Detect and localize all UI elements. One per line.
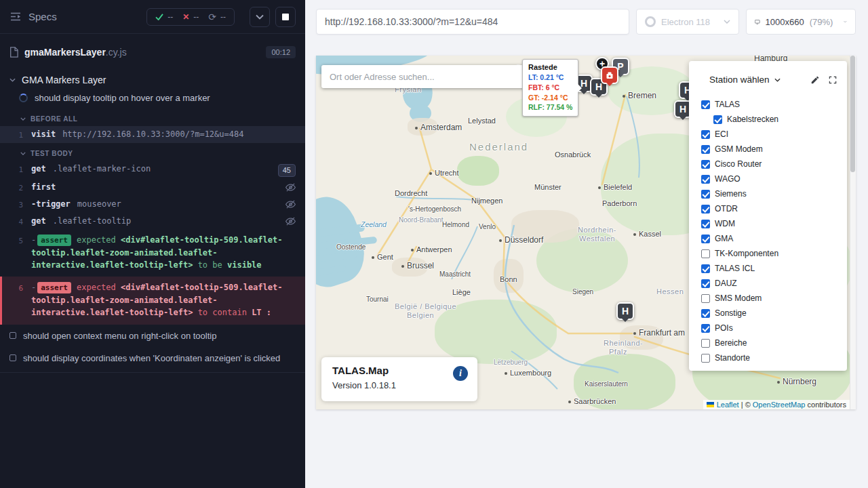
command-args: http://192.168.10.33:3000/?m=12&u=484 <box>62 129 243 139</box>
command-number: 1 <box>0 128 23 141</box>
checkbox-dauz[interactable] <box>701 279 710 288</box>
stat-failed: ✕ -- <box>182 12 199 22</box>
stat-failed-value: -- <box>193 12 199 22</box>
layer-label: TK-Komponenten <box>715 249 778 258</box>
layer-item-sms-modem[interactable]: SMS Modem <box>701 291 842 306</box>
checkbox-pois[interactable] <box>701 324 710 333</box>
assert-text: visible <box>227 260 262 270</box>
map-marker-red[interactable] <box>601 66 618 84</box>
edit-pencil-icon[interactable] <box>810 75 820 85</box>
map-search-input[interactable] <box>321 65 525 88</box>
collapse-all-button[interactable] <box>250 7 270 27</box>
station-select-label[interactable]: Station wählen <box>709 75 770 85</box>
pending-test-row[interactable]: should display coordinates when 'Koordin… <box>0 347 305 369</box>
command-row[interactable]: 3-triggermouseover <box>0 196 305 213</box>
checkbox-wdm[interactable] <box>701 220 710 228</box>
app-version: Version 1.0.18.1 <box>332 380 467 390</box>
map-viewport[interactable]: HamburgBremenNiedersachsenGroningenFrysl… <box>316 56 856 409</box>
map-label-lelystad: Lelystad <box>468 117 496 125</box>
checkbox-bereiche[interactable] <box>701 339 710 348</box>
command-method: -trigger <box>31 199 71 209</box>
city-dot <box>401 265 404 268</box>
layer-item-cisco-router[interactable]: Cisco Router <box>701 157 842 171</box>
layer-item-gma[interactable]: GMA <box>701 231 842 246</box>
viewport-selector[interactable]: 1000x660 (79%) <box>746 9 856 35</box>
checkbox-tk-komponenten[interactable] <box>701 249 710 258</box>
layer-item-sonstige[interactable]: Sonstige <box>701 306 842 321</box>
layer-item-otdr[interactable]: OTDR <box>701 201 842 216</box>
browser-selector[interactable]: Electron 118 <box>636 9 739 35</box>
checkbox-otdr[interactable] <box>701 205 710 214</box>
layer-item-talas[interactable]: TALAS <box>701 97 842 112</box>
leaflet-link[interactable]: Leaflet <box>717 401 739 409</box>
suite-row[interactable]: GMA Markers Layer <box>0 65 305 89</box>
active-test-row[interactable]: should display tooltip on hover over a m… <box>0 89 305 108</box>
command-message: get.leaflet-tooltip <box>31 215 280 228</box>
layer-item-standorte[interactable]: Standorte <box>701 350 842 365</box>
layer-item-dauz[interactable]: DAUZ <box>701 276 842 291</box>
map-label-brussel: Brussel <box>401 261 434 270</box>
section-header-test-body[interactable]: TEST BODY <box>0 143 305 161</box>
checkbox-sms-modem[interactable] <box>701 294 710 303</box>
map-label-tournai: Tournai <box>366 296 389 303</box>
layer-item-siemens[interactable]: Siemens <box>701 186 842 201</box>
layer-item-pois[interactable]: POIs <box>701 321 842 336</box>
layer-item-bereiche[interactable]: Bereiche <box>701 336 842 350</box>
checkbox-wago[interactable] <box>701 175 710 184</box>
layer-item-kabelstrecken[interactable]: Kabelstrecken <box>713 112 842 127</box>
checkbox-cisco-router[interactable] <box>701 160 710 169</box>
layer-item-gsm-modem[interactable]: GSM Modem <box>701 142 842 157</box>
map-label-bielefeld: Bielefeld <box>598 183 632 191</box>
layer-item-eci[interactable]: ECI <box>701 127 842 142</box>
section-header-before-all[interactable]: BEFORE ALL <box>0 108 305 126</box>
assert-text: to contain <box>193 308 252 317</box>
command-args: .leaflet-marker-icon <box>53 164 151 174</box>
command-row[interactable]: 1get.leaflet-marker-icon45 <box>0 161 305 179</box>
checkbox-talas-icl[interactable] <box>701 264 710 273</box>
stop-run-button[interactable] <box>275 7 296 27</box>
checkbox-sonstige[interactable] <box>701 309 710 318</box>
osm-link[interactable]: OpenStreetMap <box>753 401 806 409</box>
map-label-luxembourg: Luxembourg <box>505 369 551 377</box>
checkbox-siemens[interactable] <box>701 190 710 199</box>
checkbox-gma[interactable] <box>701 235 710 243</box>
checkbox-eci[interactable] <box>701 130 710 139</box>
spec-row[interactable]: gmaMarkersLayer.cy.js 00:12 <box>0 34 305 65</box>
checkbox-kabelstrecken[interactable] <box>713 115 722 124</box>
layer-item-tk-komponenten[interactable]: TK-Komponenten <box>701 246 842 261</box>
info-icon[interactable]: i <box>453 366 468 381</box>
layer-item-wdm[interactable]: WDM <box>701 216 842 231</box>
city-dot <box>415 127 418 129</box>
command-row[interactable]: 4get.leaflet-tooltip <box>0 213 305 230</box>
running-spinner-icon <box>19 94 28 102</box>
map-scrollbar[interactable] <box>850 56 856 409</box>
map-marker-h[interactable]: H <box>616 302 634 320</box>
command-row[interactable]: 6-assertexpected <div#leaflet-tooltip-50… <box>0 277 305 325</box>
specs-collapse-icon[interactable] <box>9 12 22 22</box>
address-bar[interactable] <box>316 9 629 35</box>
hidden-indicator <box>285 181 296 194</box>
browser-topbar: Electron 118 1000x660 (79%) <box>316 9 856 35</box>
command-row[interactable]: 5-assertexpected <div#leaflet-tooltip-50… <box>0 232 305 274</box>
city-dot <box>505 372 507 375</box>
command-number: 2 <box>0 181 23 194</box>
command-row[interactable]: 1visithttp://192.168.10.33:3000/?m=12&u=… <box>0 126 305 143</box>
map-label-m-nster: Münster <box>534 183 561 191</box>
marker-tooltip[interactable]: Rastede LT: 0.21 °CFBT: 6 °CGT: -2.14 °C… <box>522 59 578 117</box>
layer-label: POIs <box>715 323 733 333</box>
layer-item-wago[interactable]: WAGO <box>701 171 842 186</box>
map-scrollbar-thumb[interactable] <box>850 56 855 172</box>
command-message: -assertexpected <div#leaflet-tooltip-509… <box>31 281 296 319</box>
layer-label: Bereiche <box>715 338 747 348</box>
checkbox-talas[interactable] <box>701 100 710 109</box>
restart-icon: ⟳ <box>208 14 216 20</box>
layer-item-talas-icl[interactable]: TALAS ICL <box>701 261 842 276</box>
pending-test-row[interactable]: should open context menu on right-click … <box>0 325 305 347</box>
layer-label: SMS Modem <box>715 293 762 303</box>
command-row[interactable]: 2first <box>0 179 305 196</box>
command-section-before-all: BEFORE ALL1visithttp://192.168.10.33:300… <box>0 108 305 143</box>
checkbox-gsm-modem[interactable] <box>701 145 710 154</box>
expand-icon[interactable] <box>828 75 837 85</box>
chevron-down-icon <box>774 78 781 82</box>
checkbox-standorte[interactable] <box>701 354 710 363</box>
